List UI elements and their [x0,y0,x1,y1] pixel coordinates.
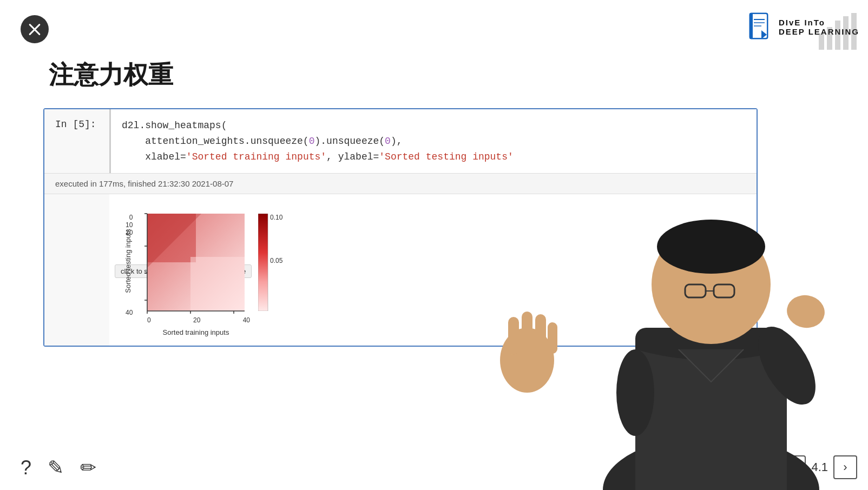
svg-rect-10 [843,16,849,50]
logo-watermark-icon [816,12,859,55]
heatmap-container: Sorted testing inputs 0 10 20 40 [142,208,250,316]
colorbar-svg [258,214,269,311]
draw-button[interactable]: ✎ [48,456,64,479]
svg-rect-15 [190,257,245,311]
svg-point-35 [784,292,827,330]
code-line-2: attention_weights.unsqueeze(0).unsqueeze… [122,134,746,149]
code-line-3: xlabel='Sorted training inputs', ylabel=… [122,149,746,165]
x-axis-label: Sorted training inputs [163,328,229,336]
svg-rect-26 [258,214,268,311]
heatmap-svg [142,208,250,316]
help-button[interactable]: ? [21,456,31,479]
svg-rect-41 [548,322,557,354]
colorbar-mid-label: 0.05 [270,257,282,264]
colorbar-max-label: 0.10 [270,214,282,221]
instructor-silhouette [560,176,841,490]
logo-area: DIvE InTo DEEP LEARNING [746,12,859,42]
y-axis-ticks: 0 10 20 40 [126,214,133,316]
svg-rect-7 [819,34,824,50]
cell-input: In [5]: d2l.show_heatmaps( attention_wei… [44,109,757,174]
hand-gesture [489,306,565,393]
svg-rect-39 [522,312,532,352]
logo-book-icon [746,12,773,42]
svg-rect-11 [851,13,857,50]
svg-point-36 [616,349,654,436]
svg-rect-38 [508,317,519,355]
svg-rect-9 [835,21,840,50]
output-prompt [44,194,109,346]
svg-rect-8 [827,27,832,50]
pencil-button[interactable]: ✏ [80,456,96,479]
svg-rect-2 [749,13,753,39]
svg-rect-40 [535,314,546,352]
close-button[interactable] [21,15,49,43]
x-axis-ticks: 0 20 40 [147,316,250,324]
cell-prompt: In [5]: [44,109,109,173]
hand-svg [489,306,565,393]
page-title: 注意力权重 [49,58,173,92]
svg-point-30 [657,220,765,274]
code-line-1: d2l.show_heatmaps( [122,118,746,134]
colorbar: 0.10 0.05 [258,214,269,313]
instructor-area [560,176,841,490]
bottom-toolbar: ? ✎ ✏ [21,456,96,479]
cell-code: d2l.show_heatmaps( attention_weights.uns… [109,109,757,173]
